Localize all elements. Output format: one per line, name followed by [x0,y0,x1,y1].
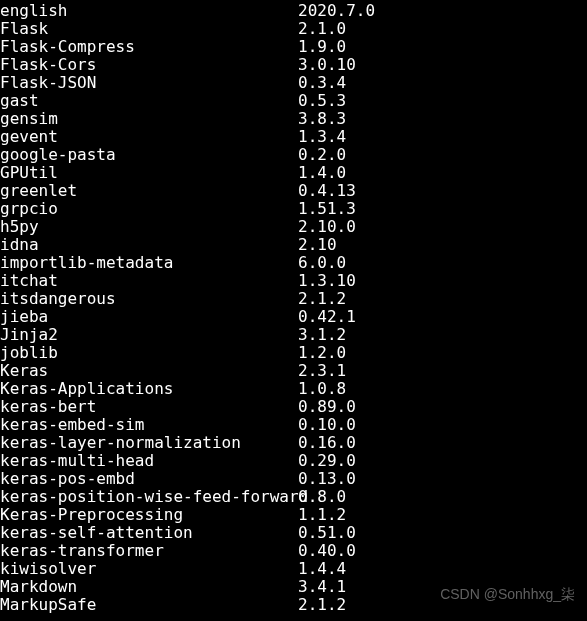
package-row: kiwisolver1.4.4 [0,560,587,578]
package-version: 2.1.0 [298,20,346,38]
package-row: Keras2.3.1 [0,362,587,380]
package-version: 3.0.10 [298,56,356,74]
package-row: keras-self-attention0.51.0 [0,524,587,542]
package-version: 0.3.4 [298,74,346,92]
package-row: keras-embed-sim0.10.0 [0,416,587,434]
package-version: 1.4.4 [298,560,346,578]
package-version: 0.5.3 [298,92,346,110]
package-row: keras-position-wise-feed-forward0.8.0 [0,488,587,506]
package-name: h5py [0,218,298,236]
package-version: 1.3.10 [298,272,356,290]
package-name: Keras-Preprocessing [0,506,298,524]
package-row: idna2.10 [0,236,587,254]
package-name: Keras-Applications [0,380,298,398]
package-name: GPUtil [0,164,298,182]
package-version: 3.1.2 [298,326,346,344]
package-row: keras-transformer0.40.0 [0,542,587,560]
package-name: Keras [0,362,298,380]
package-name: keras-bert [0,398,298,416]
package-name: google-pasta [0,146,298,164]
package-row: itsdangerous2.1.2 [0,290,587,308]
package-version: 0.10.0 [298,416,356,434]
package-name: Flask-JSON [0,74,298,92]
package-row: Flask2.1.0 [0,20,587,38]
package-row: Keras-Preprocessing1.1.2 [0,506,587,524]
package-row: itchat1.3.10 [0,272,587,290]
package-version: 0.89.0 [298,398,356,416]
package-name: gensim [0,110,298,128]
package-version: 2020.7.0 [298,2,375,20]
package-version: 1.1.2 [298,506,346,524]
package-name: Flask-Compress [0,38,298,56]
package-version: 0.13.0 [298,470,356,488]
package-row: GPUtil1.4.0 [0,164,587,182]
package-version: 2.1.2 [298,290,346,308]
package-version: 2.10.0 [298,218,356,236]
package-name: itsdangerous [0,290,298,308]
package-name: keras-position-wise-feed-forward [0,488,298,506]
package-version: 6.0.0 [298,254,346,272]
package-version: 1.9.0 [298,38,346,56]
package-name: english [0,2,298,20]
package-version: 2.3.1 [298,362,346,380]
package-row: Flask-Cors3.0.10 [0,56,587,74]
package-name: Flask-Cors [0,56,298,74]
package-row: jieba0.42.1 [0,308,587,326]
package-name: Flask [0,20,298,38]
package-version: 0.40.0 [298,542,356,560]
package-row: keras-multi-head0.29.0 [0,452,587,470]
package-version: 0.8.0 [298,488,346,506]
package-row: Flask-JSON0.3.4 [0,74,587,92]
package-name: Jinja2 [0,326,298,344]
package-list: english2020.7.0Flask2.1.0Flask-Compress1… [0,2,587,614]
package-row: grpcio1.51.3 [0,200,587,218]
package-row: keras-bert0.89.0 [0,398,587,416]
package-name: importlib-metadata [0,254,298,272]
package-version: 3.8.3 [298,110,346,128]
package-name: keras-pos-embd [0,470,298,488]
package-version: 0.16.0 [298,434,356,452]
package-version: 3.4.1 [298,578,346,596]
package-version: 1.3.4 [298,128,346,146]
package-row: Keras-Applications1.0.8 [0,380,587,398]
package-version: 2.10 [298,236,337,254]
package-row: Flask-Compress1.9.0 [0,38,587,56]
package-name: kiwisolver [0,560,298,578]
package-row: keras-layer-normalization0.16.0 [0,434,587,452]
package-row: importlib-metadata6.0.0 [0,254,587,272]
package-name: jieba [0,308,298,326]
package-row: h5py2.10.0 [0,218,587,236]
package-row: keras-pos-embd0.13.0 [0,470,587,488]
package-version: 1.0.8 [298,380,346,398]
package-name: joblib [0,344,298,362]
package-name: grpcio [0,200,298,218]
package-version: 0.2.0 [298,146,346,164]
package-name: itchat [0,272,298,290]
package-row: greenlet0.4.13 [0,182,587,200]
package-row: gensim3.8.3 [0,110,587,128]
package-name: greenlet [0,182,298,200]
package-version: 1.51.3 [298,200,356,218]
package-row: gevent1.3.4 [0,128,587,146]
package-name: Markdown [0,578,298,596]
package-version: 0.42.1 [298,308,356,326]
package-name: MarkupSafe [0,596,298,614]
package-name: idna [0,236,298,254]
package-name: keras-embed-sim [0,416,298,434]
package-row: Jinja23.1.2 [0,326,587,344]
package-version: 2.1.2 [298,596,346,614]
watermark: CSDN @Sonhhxg_柒 [440,585,575,603]
package-version: 0.51.0 [298,524,356,542]
package-row: joblib1.2.0 [0,344,587,362]
package-row: english2020.7.0 [0,2,587,20]
package-name: gevent [0,128,298,146]
package-version: 1.4.0 [298,164,346,182]
package-name: keras-self-attention [0,524,298,542]
package-row: gast0.5.3 [0,92,587,110]
package-version: 1.2.0 [298,344,346,362]
package-name: keras-layer-normalization [0,434,298,452]
package-row: google-pasta0.2.0 [0,146,587,164]
package-name: gast [0,92,298,110]
package-name: keras-transformer [0,542,298,560]
package-version: 0.29.0 [298,452,356,470]
